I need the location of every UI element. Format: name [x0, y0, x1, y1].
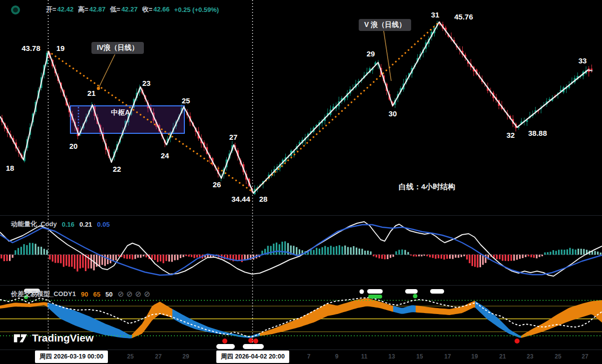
spread-ribbon-orange	[132, 302, 172, 338]
pivot-number-label: 26	[213, 180, 221, 189]
momentum-histogram-bar	[597, 252, 599, 255]
momentum-histogram-bar	[37, 247, 39, 255]
momentum-histogram-bar	[561, 250, 563, 255]
momentum-histogram-bar	[29, 243, 30, 255]
disabled-value-icon: ⊘	[117, 290, 124, 299]
momentum-histogram-bar	[595, 251, 596, 255]
time-axis-label[interactable]: 25	[555, 353, 561, 360]
momentum-histogram-bar	[353, 246, 354, 255]
momentum-histogram-bar	[458, 255, 459, 258]
time-axis-label[interactable]: 19	[471, 353, 478, 360]
disabled-value-icons: ⊘⊘⊘⊘	[117, 290, 150, 299]
time-axis-label[interactable]: 17	[444, 353, 451, 360]
time-axis-label[interactable]: 11	[361, 353, 368, 360]
momentum-histogram-bar	[177, 255, 178, 260]
time-axis-label[interactable]: 9	[335, 353, 339, 360]
momentum-histogram-bar	[401, 250, 403, 255]
wave-label-v[interactable]: V 浪（日线）	[359, 19, 411, 31]
momentum-histogram-bar	[60, 255, 61, 263]
momentum-histogram-bar	[270, 246, 272, 255]
momentum-histogram-bar	[273, 244, 274, 255]
momentum-histogram-bar	[469, 255, 470, 263]
momentum-histogram-bar	[367, 251, 369, 255]
momentum-histogram-bar	[578, 249, 579, 255]
momentum-histogram-bar	[525, 255, 527, 257]
disabled-value-icon: ⊘	[126, 290, 133, 299]
time-axis-label[interactable]: 23	[527, 353, 533, 360]
momentum-histogram-bar	[569, 248, 571, 255]
momentum-histogram-bar	[416, 255, 417, 257]
momentum-histogram-bar	[480, 255, 481, 267]
momentum-histogram-bar	[154, 255, 155, 260]
tradingview-logo[interactable]: TradingView	[13, 332, 93, 344]
pivot-number-label: 28	[259, 195, 268, 203]
momentum-histogram-bar	[68, 255, 70, 267]
time-axis-label[interactable]: 29	[182, 353, 189, 360]
pivot-number-label: 24	[161, 151, 169, 160]
momentum-histogram-bar	[129, 255, 130, 259]
time-axis-label[interactable]: 25	[127, 353, 133, 360]
signal-pill-marker	[430, 289, 444, 294]
time-axis-label[interactable]: 21	[499, 353, 506, 360]
tradingview-logo-icon	[13, 332, 28, 344]
momentum-histogram-bar	[35, 244, 36, 255]
wave-label-iv[interactable]: IV浪（日线）	[91, 42, 144, 54]
momentum-histogram-bar	[284, 241, 286, 255]
signal-dot-marker	[222, 339, 227, 344]
momentum-histogram-bar	[196, 255, 198, 258]
hub-box-label[interactable]: 中枢A	[111, 108, 130, 117]
momentum-histogram-bar	[455, 255, 456, 258]
price-label: 43.78	[21, 44, 40, 52]
time-axis-label[interactable]: 13	[388, 353, 395, 360]
ohlc-legend[interactable]: 开=42.42 高=42.87 低=42.27 收=42.66 +0.25 (+…	[46, 5, 219, 14]
instrument-legend-icon[interactable]	[11, 5, 20, 14]
momentum-histogram-bar	[373, 255, 374, 256]
tradingview-logo-text: TradingView	[32, 332, 93, 344]
momentum-histogram-bar	[52, 255, 53, 262]
momentum-histogram-bar	[342, 247, 343, 255]
momentum-histogram-bar	[46, 250, 48, 255]
momentum-value-1: 0.21	[79, 221, 92, 228]
momentum-slow-line	[0, 225, 602, 275]
momentum-histogram-bar	[381, 255, 383, 259]
time-axis-label[interactable]: 15	[416, 353, 423, 360]
momentum-histogram-bar	[536, 255, 538, 258]
momentum-histogram-bar	[567, 249, 568, 255]
momentum-histogram-bar	[54, 255, 56, 263]
pivot-number-label: 31	[431, 10, 440, 19]
time-axis-label[interactable]: 27	[582, 353, 588, 360]
chart-canvas[interactable]	[0, 0, 602, 364]
momentum-histogram-bar	[461, 255, 462, 257]
momentum-histogram-bar	[444, 255, 445, 260]
price-label: 38.88	[528, 129, 547, 137]
momentum-histogram-bar	[327, 247, 329, 255]
time-axis-label[interactable]: 27	[155, 353, 161, 360]
momentum-histogram-bar	[143, 255, 144, 257]
momentum-histogram-bar	[387, 255, 388, 259]
spread-indicator-legend[interactable]: 价差交易模型_CODY1 90 65 50 ⊘⊘⊘⊘	[11, 290, 150, 299]
momentum-indicator-title[interactable]: 动能量化_Cody	[11, 220, 57, 229]
close-label: 收=42.66	[142, 5, 169, 14]
momentum-histogram-bar	[356, 248, 357, 255]
momentum-histogram-bar	[519, 255, 521, 259]
momentum-histogram-bar	[424, 255, 425, 256]
momentum-histogram-bar	[435, 255, 436, 259]
spread-indicator-title[interactable]: 价差交易模型_CODY1	[11, 290, 76, 299]
momentum-histogram-bar	[145, 255, 147, 257]
spread-ribbon-blue	[475, 301, 521, 338]
spread-ribbon-orange	[260, 298, 393, 336]
momentum-histogram-bar	[499, 255, 501, 259]
price-label: 34.44	[231, 195, 250, 203]
momentum-histogram-bar	[20, 247, 22, 255]
wave-trendline-dotted[interactable]	[253, 22, 439, 192]
momentum-histogram-bar	[333, 247, 334, 255]
momentum-indicator-legend[interactable]: 动能量化_Cody 0.16 0.21 0.05	[11, 220, 110, 229]
pivot-number-label: 20	[69, 142, 78, 150]
momentum-histogram-bar	[279, 244, 280, 255]
pivot-number-label: 27	[229, 133, 238, 141]
signal-dot-marker	[515, 339, 520, 344]
momentum-histogram-bar	[395, 251, 397, 255]
time-axis-label[interactable]: 7	[307, 353, 311, 360]
momentum-histogram-bar	[379, 255, 380, 259]
momentum-histogram-bar	[347, 247, 349, 255]
